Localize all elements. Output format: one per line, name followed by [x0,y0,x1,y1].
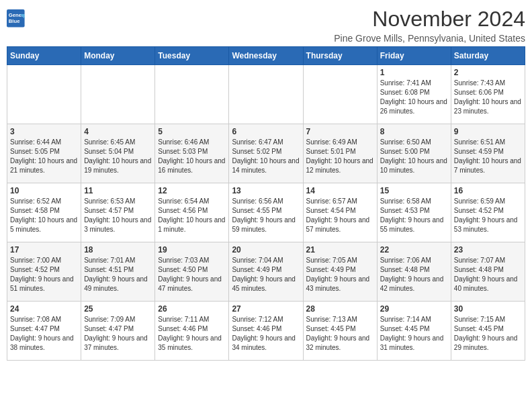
calendar-header-row: SundayMondayTuesdayWednesdayThursdayFrid… [7,47,525,65]
day-number: 26 [158,304,226,314]
day-info: Sunrise: 7:41 AM Sunset: 6:08 PM Dayligh… [380,79,448,116]
calendar-week-row: 3Sunrise: 6:44 AM Sunset: 5:05 PM Daylig… [7,124,525,183]
day-info: Sunrise: 6:58 AM Sunset: 4:53 PM Dayligh… [380,197,448,234]
weekday-header-friday: Friday [377,47,451,65]
calendar-cell [81,65,155,124]
calendar-week-row: 1Sunrise: 7:41 AM Sunset: 6:08 PM Daylig… [7,65,525,124]
calendar-cell: 28Sunrise: 7:13 AM Sunset: 4:45 PM Dayli… [303,302,377,361]
day-info: Sunrise: 6:49 AM Sunset: 5:01 PM Dayligh… [306,138,374,175]
calendar-cell: 14Sunrise: 6:57 AM Sunset: 4:54 PM Dayli… [303,183,377,242]
calendar-cell [155,65,229,124]
day-number: 6 [232,127,300,136]
day-number: 15 [380,186,448,195]
day-info: Sunrise: 6:54 AM Sunset: 4:56 PM Dayligh… [158,197,226,234]
location-subtitle: Pine Grove Mills, Pennsylvania, United S… [334,33,525,44]
calendar-cell: 2Sunrise: 7:43 AM Sunset: 6:06 PM Daylig… [451,65,525,124]
day-number: 12 [158,186,226,195]
calendar-cell: 13Sunrise: 6:56 AM Sunset: 4:55 PM Dayli… [229,183,303,242]
calendar-cell: 30Sunrise: 7:15 AM Sunset: 4:45 PM Dayli… [451,302,525,361]
day-number: 13 [232,186,300,195]
day-number: 24 [10,304,78,314]
calendar-cell: 9Sunrise: 6:51 AM Sunset: 4:59 PM Daylig… [451,124,525,183]
day-info: Sunrise: 6:51 AM Sunset: 4:59 PM Dayligh… [454,138,522,175]
day-info: Sunrise: 6:46 AM Sunset: 5:03 PM Dayligh… [158,138,226,175]
day-number: 19 [158,245,226,255]
day-info: Sunrise: 7:13 AM Sunset: 4:45 PM Dayligh… [306,315,374,353]
calendar-cell: 1Sunrise: 7:41 AM Sunset: 6:08 PM Daylig… [377,65,451,124]
day-info: Sunrise: 7:43 AM Sunset: 6:06 PM Dayligh… [454,79,522,116]
day-info: Sunrise: 7:00 AM Sunset: 4:52 PM Dayligh… [10,256,78,293]
calendar-cell: 29Sunrise: 7:14 AM Sunset: 4:45 PM Dayli… [377,302,451,361]
day-number: 14 [306,186,374,195]
weekday-header-wednesday: Wednesday [229,47,303,65]
calendar-cell: 27Sunrise: 7:12 AM Sunset: 4:46 PM Dayli… [229,302,303,361]
day-number: 21 [306,245,374,255]
day-info: Sunrise: 7:11 AM Sunset: 4:46 PM Dayligh… [158,315,226,353]
day-info: Sunrise: 6:57 AM Sunset: 4:54 PM Dayligh… [306,197,374,234]
calendar-cell: 6Sunrise: 6:47 AM Sunset: 5:02 PM Daylig… [229,124,303,183]
day-number: 29 [380,304,448,314]
day-number: 2 [454,68,522,77]
day-info: Sunrise: 7:06 AM Sunset: 4:48 PM Dayligh… [380,256,448,293]
day-info: Sunrise: 7:08 AM Sunset: 4:47 PM Dayligh… [10,315,78,353]
calendar-cell [229,65,303,124]
day-number: 5 [158,127,226,136]
weekday-header-thursday: Thursday [303,47,377,65]
day-info: Sunrise: 7:03 AM Sunset: 4:50 PM Dayligh… [158,256,226,293]
weekday-header-saturday: Saturday [451,47,525,65]
day-info: Sunrise: 7:07 AM Sunset: 4:48 PM Dayligh… [454,256,522,293]
weekday-header-tuesday: Tuesday [155,47,229,65]
calendar-cell: 19Sunrise: 7:03 AM Sunset: 4:50 PM Dayli… [155,242,229,302]
calendar-cell: 23Sunrise: 7:07 AM Sunset: 4:48 PM Dayli… [451,242,525,302]
day-info: Sunrise: 7:14 AM Sunset: 4:45 PM Dayligh… [380,315,448,353]
day-number: 28 [306,304,374,314]
day-info: Sunrise: 6:53 AM Sunset: 4:57 PM Dayligh… [84,197,152,234]
day-info: Sunrise: 6:45 AM Sunset: 5:04 PM Dayligh… [84,138,152,175]
calendar-cell: 26Sunrise: 7:11 AM Sunset: 4:46 PM Dayli… [155,302,229,361]
calendar-cell: 11Sunrise: 6:53 AM Sunset: 4:57 PM Dayli… [81,183,155,242]
calendar-cell: 8Sunrise: 6:50 AM Sunset: 5:00 PM Daylig… [377,124,451,183]
day-number: 20 [232,245,300,255]
calendar-week-row: 10Sunrise: 6:52 AM Sunset: 4:58 PM Dayli… [7,183,525,242]
day-number: 23 [454,245,522,255]
calendar-cell: 15Sunrise: 6:58 AM Sunset: 4:53 PM Dayli… [377,183,451,242]
calendar-cell: 17Sunrise: 7:00 AM Sunset: 4:52 PM Dayli… [7,242,81,302]
day-info: Sunrise: 6:47 AM Sunset: 5:02 PM Dayligh… [232,138,300,175]
day-info: Sunrise: 6:44 AM Sunset: 5:05 PM Dayligh… [10,138,78,175]
calendar-cell: 20Sunrise: 7:04 AM Sunset: 4:49 PM Dayli… [229,242,303,302]
day-info: Sunrise: 7:01 AM Sunset: 4:51 PM Dayligh… [84,256,152,293]
day-number: 25 [84,304,152,314]
calendar-cell: 16Sunrise: 6:59 AM Sunset: 4:52 PM Dayli… [451,183,525,242]
logo-icon: General Blue [7,9,26,28]
day-number: 16 [454,186,522,195]
title-section: November 2024 Pine Grove Mills, Pennsylv… [334,7,525,44]
month-title: November 2024 [334,7,525,32]
day-info: Sunrise: 6:52 AM Sunset: 4:58 PM Dayligh… [10,197,78,234]
calendar-cell: 18Sunrise: 7:01 AM Sunset: 4:51 PM Dayli… [81,242,155,302]
day-number: 18 [84,245,152,255]
day-number: 17 [10,245,78,255]
calendar-cell: 25Sunrise: 7:09 AM Sunset: 4:47 PM Dayli… [81,302,155,361]
weekday-header-sunday: Sunday [7,47,81,65]
page-header: General Blue November 2024 Pine Grove Mi… [7,7,525,44]
calendar-cell: 3Sunrise: 6:44 AM Sunset: 5:05 PM Daylig… [7,124,81,183]
calendar-week-row: 24Sunrise: 7:08 AM Sunset: 4:47 PM Dayli… [7,302,525,361]
weekday-header-monday: Monday [81,47,155,65]
day-number: 1 [380,68,448,77]
calendar-cell: 5Sunrise: 6:46 AM Sunset: 5:03 PM Daylig… [155,124,229,183]
calendar-week-row: 17Sunrise: 7:00 AM Sunset: 4:52 PM Dayli… [7,242,525,302]
day-info: Sunrise: 6:56 AM Sunset: 4:55 PM Dayligh… [232,197,300,234]
calendar-cell: 10Sunrise: 6:52 AM Sunset: 4:58 PM Dayli… [7,183,81,242]
calendar-cell: 12Sunrise: 6:54 AM Sunset: 4:56 PM Dayli… [155,183,229,242]
calendar-cell: 7Sunrise: 6:49 AM Sunset: 5:01 PM Daylig… [303,124,377,183]
logo: General Blue [7,9,26,28]
day-number: 11 [84,186,152,195]
calendar-cell: 21Sunrise: 7:05 AM Sunset: 4:49 PM Dayli… [303,242,377,302]
day-number: 10 [10,186,78,195]
day-info: Sunrise: 7:09 AM Sunset: 4:47 PM Dayligh… [84,315,152,353]
day-info: Sunrise: 6:59 AM Sunset: 4:52 PM Dayligh… [454,197,522,234]
calendar-cell: 4Sunrise: 6:45 AM Sunset: 5:04 PM Daylig… [81,124,155,183]
day-number: 27 [232,304,300,314]
calendar-table: SundayMondayTuesdayWednesdayThursdayFrid… [7,46,525,361]
day-number: 30 [454,304,522,314]
